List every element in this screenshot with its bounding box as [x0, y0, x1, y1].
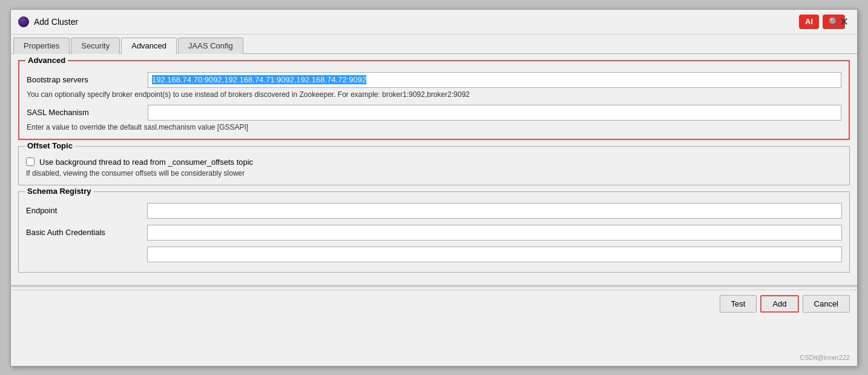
sasl-hint: Enter a value to override the default sa… [27, 123, 841, 131]
extra-input[interactable] [147, 247, 842, 262]
tab-jaas-config[interactable]: JAAS Config [178, 38, 243, 54]
schema-registry-section: Schema Registry Endpoint Basic Auth Cred… [18, 191, 850, 273]
bootstrap-servers-label: Bootstrap servers [27, 75, 148, 84]
offset-topic-hint: If disabled, viewing the consumer offset… [26, 169, 842, 178]
footer: Test Add Cancel [11, 290, 857, 317]
bootstrap-hint: You can optionally specify broker endpoi… [27, 90, 841, 99]
schema-registry-title: Schema Registry [25, 187, 94, 196]
extra-row [26, 247, 842, 262]
add-cluster-dialog: Add Cluster AI 🔍 ✕ Properties Security A… [10, 9, 858, 367]
test-button[interactable]: Test [720, 295, 757, 313]
offset-topic-checkbox-label: Use background thread to read from _cons… [39, 158, 253, 167]
tab-content: Advanced Bootstrap servers 192.168.74.70… [11, 54, 857, 285]
offset-topic-title: Offset Topic [25, 141, 75, 150]
divider [11, 285, 857, 287]
basic-auth-row: Basic Auth Credentials [26, 225, 842, 241]
offset-topic-checkbox-row: Use background thread to read from _cons… [26, 158, 842, 167]
tab-bar: Properties Security Advanced JAAS Config [11, 35, 857, 54]
dialog-title: Add Cluster [34, 17, 799, 27]
watermark: CSDit@inner222 [800, 354, 850, 361]
ai-button[interactable]: AI [799, 15, 819, 29]
basic-auth-label: Basic Auth Credentials [26, 228, 147, 237]
bootstrap-servers-selected-text: 192.168.74.70:9092,192.168.74.71:9092,19… [152, 75, 366, 84]
advanced-section: Advanced Bootstrap servers 192.168.74.70… [18, 60, 850, 140]
advanced-section-title: Advanced [25, 56, 68, 65]
title-bar: Add Cluster AI 🔍 ✕ [11, 10, 857, 35]
endpoint-row: Endpoint [26, 203, 842, 219]
basic-auth-input[interactable] [147, 225, 842, 241]
add-button[interactable]: Add [760, 295, 798, 313]
bootstrap-servers-row: Bootstrap servers 192.168.74.70:9092,192… [27, 72, 841, 88]
sasl-mechanism-input[interactable] [148, 105, 841, 121]
close-button[interactable]: ✕ [836, 14, 852, 30]
cancel-button[interactable]: Cancel [803, 295, 850, 313]
sasl-mechanism-label: SASL Mechanism [27, 108, 148, 117]
sasl-mechanism-row: SASL Mechanism [27, 105, 841, 121]
offset-topic-checkbox[interactable] [26, 158, 35, 166]
tab-properties[interactable]: Properties [13, 38, 70, 54]
endpoint-label: Endpoint [26, 206, 147, 215]
endpoint-input[interactable] [147, 203, 842, 219]
app-icon [18, 16, 29, 27]
tab-advanced[interactable]: Advanced [121, 38, 177, 54]
tab-security[interactable]: Security [71, 38, 120, 54]
offset-topic-section: Offset Topic Use background thread to re… [18, 146, 850, 185]
ai-label: AI [805, 17, 813, 26]
